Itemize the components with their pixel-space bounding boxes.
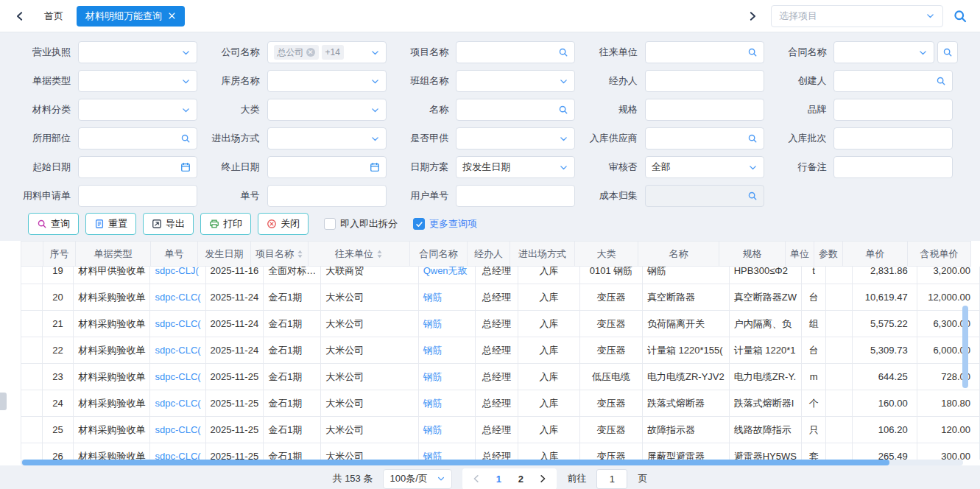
filter-input[interactable] (645, 127, 764, 149)
filter-select[interactable] (78, 41, 197, 63)
project-search-icon[interactable] (951, 7, 970, 26)
filter-input[interactable] (456, 99, 575, 121)
table-cell: 0101 钢筋 (580, 267, 643, 284)
search-icon-button[interactable] (937, 41, 958, 63)
filter-select[interactable] (267, 99, 387, 121)
filter-input[interactable] (78, 156, 197, 178)
filter-select[interactable] (267, 127, 387, 149)
export-button[interactable]: 导出 (143, 213, 194, 235)
tab-close-icon[interactable] (168, 12, 176, 20)
table-row[interactable]: 23材料采购验收单sdpc-CLC(2025-11-25金石1期大米公司钢筋总经… (21, 364, 980, 390)
table-row[interactable]: 24材料采购验收单sdpc-CLC(2025-11-25金石1期大米公司钢筋总经… (21, 390, 980, 417)
vertical-scrollbar-thumb[interactable] (962, 306, 968, 388)
cell-link[interactable]: sdpc-CLC( (150, 443, 205, 460)
filter-select[interactable] (78, 70, 197, 92)
filter-input[interactable] (645, 99, 764, 121)
filter-input[interactable] (645, 185, 764, 207)
tab-active[interactable]: 材料明细万能查询 (77, 6, 185, 27)
cell-link[interactable]: sdpc-CLC( (150, 337, 205, 364)
table-cell: 大米公司 (321, 364, 419, 390)
table-cell: 负荷隔离开关 (643, 311, 730, 337)
filter-label: 进出场方式 (207, 132, 267, 145)
filter-input[interactable] (833, 99, 953, 121)
filter-input[interactable] (78, 185, 197, 207)
print-button[interactable]: 打印 (200, 213, 251, 235)
chevron-left-icon[interactable] (12, 8, 28, 24)
filter-select[interactable] (833, 41, 934, 63)
filter-field-8: 经办人 (585, 70, 769, 92)
sort-icon[interactable] (297, 250, 303, 258)
column-header-4[interactable]: 项目名称 (251, 242, 309, 267)
table-row[interactable]: 26材料采购验收单sdpc-CLC(2025-11-25金石1期大米公司钢筋总经… (21, 443, 980, 460)
table-cell: 728.00 (917, 364, 979, 390)
table-cell: 屏蔽型避雷器 (643, 443, 730, 460)
table-row[interactable]: 20材料采购验收单sdpc-CLC(2025-11-24金石1期大米公司钢筋总经… (21, 284, 980, 311)
filter-input[interactable] (833, 127, 953, 149)
table-cell: 25 (42, 417, 74, 443)
table-cell (826, 364, 853, 390)
cell-link[interactable]: 钢筋 (418, 417, 476, 443)
filter-select[interactable] (267, 70, 387, 92)
cell-link[interactable]: sdpc-CLC( (150, 311, 205, 337)
table-row[interactable]: 21材料采购验收单sdpc-CLC(2025-11-24金石1期大米公司钢筋总经… (21, 311, 980, 337)
goto-page-input[interactable]: 1 (596, 469, 627, 489)
checkbox-split-in-out[interactable]: 即入即出拆分 (324, 217, 398, 231)
query-button[interactable]: 查询 (28, 213, 79, 235)
table-row[interactable]: 22材料采购验收单sdpc-CLC(2025-11-24金石1期大米公司钢筋总经… (21, 337, 980, 364)
checkbox-checked-icon[interactable] (413, 218, 425, 230)
filter-input[interactable] (645, 70, 764, 92)
filter-input[interactable] (645, 41, 764, 63)
filter-input[interactable] (456, 41, 575, 63)
cell-link[interactable]: sdpc-CLC( (150, 364, 205, 390)
cell-link[interactable]: sdpc-CLC( (150, 390, 205, 417)
cell-link[interactable]: 钢筋 (418, 443, 476, 460)
filter-input[interactable] (267, 185, 387, 207)
filter-select[interactable] (456, 70, 575, 92)
horizontal-scrollbar-thumb[interactable] (22, 460, 889, 465)
table-row[interactable]: 25材料采购验收单sdpc-CLC(2025-11-25金石1期大米公司钢筋总经… (21, 417, 980, 443)
filter-input[interactable] (833, 70, 953, 92)
table-cell: 12,000.00 (917, 284, 979, 311)
filter-select[interactable] (78, 99, 197, 121)
cell-link[interactable]: 钢筋 (418, 284, 476, 311)
filter-input[interactable] (267, 156, 387, 178)
cell-link[interactable]: sdpc-CLJ( (150, 267, 205, 284)
table-body-viewport: 19材料甲供验收单sdpc-CLJ(2025-11-16全面对标…大联商贸Qwe… (0, 267, 980, 460)
column-header-10: 名称 (638, 242, 719, 267)
next-page-icon[interactable] (533, 469, 552, 489)
prev-page-icon[interactable] (467, 469, 486, 489)
filter-select[interactable]: 按发生日期 (456, 156, 575, 178)
tab-home[interactable]: 首页 (44, 10, 63, 23)
tag-close-icon[interactable]: ✕ (306, 48, 315, 57)
chevron-right-icon[interactable] (744, 8, 761, 24)
checkbox-more-query-items[interactable]: 更多查询项 (413, 217, 477, 231)
reset-button[interactable]: 重置 (85, 213, 136, 235)
filter-input[interactable] (78, 127, 197, 149)
table-row[interactable]: 19材料甲供验收单sdpc-CLJ(2025-11-16全面对标…大联商贸Qwe… (21, 267, 980, 284)
horizontal-scrollbar[interactable] (21, 460, 963, 465)
project-select[interactable]: 选择项目 (771, 5, 943, 27)
column-header-5[interactable]: 往来单位 (309, 242, 410, 267)
filter-input[interactable] (456, 185, 575, 207)
checkbox-unchecked-icon[interactable] (324, 218, 336, 230)
sort-icon[interactable] (376, 250, 383, 258)
page-number-1[interactable]: 1 (489, 469, 508, 489)
page-size-select[interactable]: 100条/页 (383, 469, 452, 489)
cell-link[interactable]: 钢筋 (418, 337, 476, 364)
close-button[interactable]: 关闭 (258, 213, 309, 235)
filter-input[interactable] (833, 156, 953, 178)
cell-link[interactable]: sdpc-CLC( (150, 417, 205, 443)
cell-link[interactable]: 钢筋 (418, 390, 476, 417)
cell-link[interactable]: 钢筋 (418, 364, 476, 390)
page-number-2[interactable]: 2 (511, 469, 530, 489)
table-cell: 材料甲供验收单 (74, 267, 150, 284)
cell-link[interactable]: 钢筋 (418, 311, 476, 337)
left-drawer-handle[interactable] (0, 393, 7, 410)
filter-select[interactable] (456, 127, 575, 149)
filter-select[interactable]: 全部 (645, 156, 764, 178)
cell-link[interactable]: Qwen无敌 (418, 267, 476, 284)
filter-select[interactable]: 总公司✕+14 (267, 41, 387, 63)
goto-unit: 页 (638, 472, 647, 485)
search-icon (936, 76, 946, 86)
cell-link[interactable]: sdpc-CLC( (150, 284, 205, 311)
